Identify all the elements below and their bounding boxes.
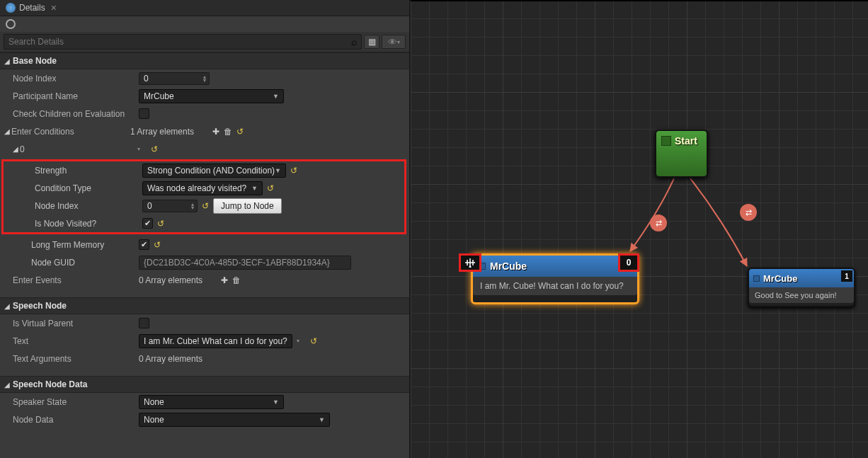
node-header: MrCube: [749, 269, 854, 287]
expand-icon: ◢: [4, 57, 10, 65]
grid-icon: ▦: [368, 37, 376, 47]
array-count: 0 Array elements: [139, 275, 202, 285]
check-children-checkbox[interactable]: [139, 108, 149, 119]
cond-node-index-spinner[interactable]: 0▴▾: [142, 200, 198, 212]
add-icon[interactable]: ✚: [212, 127, 219, 137]
search-row: ⌕ ▦ 👁▾: [0, 32, 409, 52]
details-panel: Details × ⌕ ▦ 👁▾ ◢ Base Node Node Index …: [0, 0, 411, 458]
section-label: Speech Node: [13, 301, 67, 311]
row-participant: Participant Name MrCube▼: [0, 87, 409, 105]
trash-icon[interactable]: 🗑: [224, 127, 232, 137]
visibility-button[interactable]: 👁▾: [382, 35, 406, 49]
expand-icon: ◢: [4, 381, 10, 389]
label-enter-conditions: Enter Conditions: [11, 127, 130, 137]
row-enter-conditions: ◢ Enter Conditions 1 Array elements ✚ 🗑 …: [0, 122, 409, 140]
chevron-down-icon: ▼: [273, 93, 279, 100]
condition-badge-icon: ⇄: [740, 204, 757, 221]
node-index-badge: 0: [618, 253, 639, 272]
condition-badge-icon: ⇄: [650, 214, 667, 231]
text-field[interactable]: I am Mr. Cube! What can I do for you?: [139, 334, 292, 348]
section-speech-node[interactable]: ◢ Speech Node: [0, 297, 409, 314]
details-icon: [6, 3, 16, 13]
add-icon[interactable]: ✚: [221, 275, 228, 285]
view-grid-button[interactable]: ▦: [364, 35, 379, 49]
section-base-node[interactable]: ◢ Base Node: [0, 52, 409, 69]
label-text-arguments: Text Arguments: [13, 354, 139, 364]
node-header: MrCube: [473, 256, 637, 277]
start-square-icon: [661, 136, 671, 146]
graph-node-speech-1[interactable]: 1 MrCube Good to See you again!: [748, 268, 855, 307]
expand-icon[interactable]: ◢: [13, 145, 18, 153]
is-node-visited-checkbox[interactable]: ✔: [142, 218, 153, 229]
search-box[interactable]: ⌕: [4, 34, 362, 50]
node-data-value: None: [144, 415, 164, 425]
chevron-down-icon: ▼: [275, 167, 281, 174]
speaker-icon: [753, 275, 760, 282]
row-check-children: Check Children on Evaluation: [0, 105, 409, 122]
graph-canvas[interactable]: ⇄ ⇄ Start 0 MrCube I am Mr. Cube! What c…: [411, 0, 868, 458]
node-index-spinner[interactable]: 0▴▾: [139, 72, 210, 85]
panel-tab[interactable]: Details ×: [0, 0, 409, 16]
row-node-guid: Node GUID {DC21BD3C-4C0A-485D-3ECF-1ABF8…: [0, 253, 409, 271]
chevron-down-icon[interactable]: ▾: [137, 146, 140, 152]
reset-icon[interactable]: ↺: [202, 201, 209, 211]
reset-icon[interactable]: ↺: [151, 144, 158, 154]
record-icon: [6, 19, 16, 29]
label-cond-node-index: Node Index: [35, 201, 142, 211]
condition-type-dropdown[interactable]: Was node already visited?▼: [142, 181, 263, 195]
row-cond-node-index: Node Index 0▴▾ ↺ Jump to Node: [4, 197, 404, 214]
array-count: 0 Array elements: [139, 354, 202, 364]
row-strength: Strength Strong Condition (AND Condition…: [4, 161, 404, 179]
search-icon[interactable]: ⌕: [351, 36, 357, 47]
label-node-index: Node Index: [13, 74, 139, 84]
participant-dropdown[interactable]: MrCube▼: [139, 89, 284, 103]
node-index-badge: 1: [841, 270, 852, 282]
reset-icon[interactable]: ↺: [157, 219, 164, 229]
close-icon[interactable]: ×: [51, 2, 57, 13]
expand-icon[interactable]: ◢: [4, 127, 10, 135]
label-is-node-visited: Is Node Visited?: [35, 219, 142, 229]
spinner-arrows-icon[interactable]: ▴▾: [191, 202, 194, 210]
search-input[interactable]: [8, 37, 351, 47]
long-term-memory-checkbox[interactable]: ✔: [139, 239, 149, 250]
label-condition-type: Condition Type: [35, 183, 142, 193]
jump-to-node-button[interactable]: Jump to Node: [213, 198, 282, 214]
reset-icon[interactable]: ↺: [154, 240, 161, 250]
graph-node-speech-0[interactable]: 0 MrCube I am Mr. Cube! What can I do fo…: [471, 253, 639, 304]
chevron-down-icon: ▼: [273, 399, 279, 406]
chevron-down-icon[interactable]: ▾: [297, 338, 299, 344]
section-speech-node-data[interactable]: ◢ Speech Node Data: [0, 376, 409, 393]
trash-icon[interactable]: 🗑: [232, 275, 241, 285]
node-data-dropdown[interactable]: None▼: [139, 413, 330, 427]
virtual-parent-checkbox[interactable]: [139, 318, 149, 328]
label-node-data: Node Data: [13, 415, 139, 425]
chevron-down-icon: ▼: [251, 185, 258, 192]
label-strength: Strength: [35, 166, 142, 176]
reset-icon[interactable]: ↺: [236, 127, 244, 137]
reset-icon[interactable]: ↺: [290, 166, 297, 176]
label-participant: Participant Name: [13, 91, 139, 101]
reset-icon[interactable]: ↺: [310, 336, 317, 346]
speaker-state-dropdown[interactable]: None▼: [139, 395, 284, 409]
strength-dropdown[interactable]: Strong Condition (AND Condition)▼: [142, 164, 286, 178]
chevron-down-icon: ▾: [397, 39, 400, 45]
spinner-arrows-icon[interactable]: ▴▾: [203, 75, 206, 82]
highlighted-properties: Strength Strong Condition (AND Condition…: [1, 159, 406, 234]
node-title: MrCube: [490, 261, 527, 272]
row-array-item-0: ◢ 0 ▾ ↺: [0, 140, 409, 158]
label-enter-events: Enter Events: [13, 275, 139, 285]
row-text: Text I am Mr. Cube! What can I do for yo…: [0, 332, 409, 350]
participant-value: MrCube: [144, 91, 174, 101]
label-node-guid: Node GUID: [31, 258, 139, 268]
label-speaker-state: Speaker State: [13, 397, 139, 407]
section-label: Speech Node Data: [13, 379, 87, 389]
label-item-0: 0: [20, 144, 137, 154]
row-node-data: Node Data None▼: [0, 411, 409, 428]
panel-title: Details: [19, 3, 45, 13]
row-is-node-visited: Is Node Visited? ✔↺: [4, 214, 404, 232]
graph-node-start[interactable]: Start: [655, 130, 708, 178]
reset-icon[interactable]: ↺: [267, 183, 274, 193]
speaker-state-value: None: [144, 397, 164, 407]
svg-point-0: [469, 266, 472, 268]
eye-icon: 👁: [388, 37, 397, 47]
